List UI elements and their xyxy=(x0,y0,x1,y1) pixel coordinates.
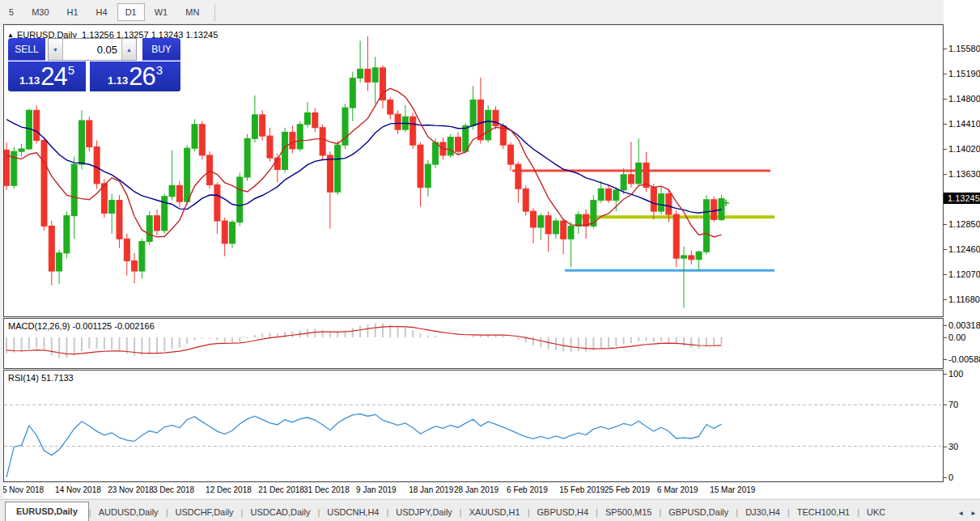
timeframe-button-w1[interactable]: W1 xyxy=(146,3,176,21)
candle xyxy=(162,194,168,234)
axis-tick xyxy=(944,149,947,150)
date-tick-label: 6 Feb 2019 xyxy=(507,485,548,494)
symbol-tab-gbpusd-daily[interactable]: GBPUSD,Daily xyxy=(661,503,736,521)
axis-tick xyxy=(944,374,947,375)
candle xyxy=(598,181,604,203)
candle xyxy=(659,186,664,214)
candle xyxy=(305,102,311,128)
candle xyxy=(358,40,363,83)
timeframe-button-m30[interactable]: M30 xyxy=(23,3,57,21)
rsi-value: 51.7133 xyxy=(41,373,74,383)
buy-price-main: 26 xyxy=(129,62,155,91)
macd-main-value: -0.001125 xyxy=(72,321,112,331)
buy-price-display[interactable]: 1.13 26 3 xyxy=(90,61,180,91)
candle xyxy=(79,110,85,169)
tab-scroll-left-icon[interactable]: ◄ xyxy=(957,510,964,517)
candle xyxy=(312,108,318,132)
rsi-indicator-panel[interactable]: RSI(14) 51.7133 xyxy=(3,370,944,482)
one-click-trading-widget: SELL ▼ 0.05 ▲ BUY 1.13 24 5 1.13 26 3 xyxy=(8,38,180,91)
price-tick-label: 1.12070 xyxy=(948,269,980,279)
candle xyxy=(335,141,341,196)
candle xyxy=(252,95,257,142)
price-tick-label: 1.14020 xyxy=(948,144,980,154)
symbol-tab-audusd-daily[interactable]: AUDUSD,Daily xyxy=(91,503,166,521)
price-tick-label: 1.15190 xyxy=(948,69,980,78)
symbol-tab-dj30-h4[interactable]: DJ30,H4 xyxy=(738,503,787,521)
timeframe-button-mn[interactable]: MN xyxy=(177,3,207,21)
price-axis[interactable]: 1.155801.151901.148001.144101.140201.136… xyxy=(944,0,980,498)
axis-tick xyxy=(944,224,947,225)
date-axis[interactable]: 5 Nov 201814 Nov 201823 Nov 20183 Dec 20… xyxy=(3,483,944,498)
date-tick-label: 21 Dec 2018 xyxy=(258,485,304,494)
candle xyxy=(214,182,220,234)
symbol-tab-eurusd-daily[interactable]: EURUSD,Daily xyxy=(5,502,89,521)
macd-indicator-panel[interactable]: MACD(12,26,9) -0.001125 -0.002166 xyxy=(3,318,944,369)
date-tick-label: 15 Mar 2019 xyxy=(710,485,755,494)
macd-tick-label: 0.00 xyxy=(948,333,965,342)
date-tick-label: 18 Jan 2019 xyxy=(409,485,453,494)
candle xyxy=(87,116,92,151)
timeframe-button-5[interactable]: 5 xyxy=(1,3,22,21)
volume-increase-button[interactable]: ▲ xyxy=(121,39,136,60)
buy-button[interactable]: BUY xyxy=(142,38,180,61)
candle xyxy=(169,150,175,201)
buy-price-pipette: 3 xyxy=(156,63,163,77)
symbol-tab-usdcnh-h4[interactable]: USDCNH,H4 xyxy=(320,503,386,521)
axis-tick xyxy=(944,249,947,250)
candle xyxy=(575,211,581,234)
rsi-line-chart xyxy=(4,371,941,480)
buy-price-prefix: 1.13 xyxy=(108,74,128,87)
candle xyxy=(673,210,679,267)
volume-input[interactable]: 0.05 xyxy=(63,39,121,60)
symbol-tab-sp500-m15[interactable]: SP500,M15 xyxy=(598,503,659,521)
symbol-tab-usdjpy-daily[interactable]: USDJPY,Daily xyxy=(388,503,460,521)
sell-button[interactable]: SELL xyxy=(8,38,45,61)
candle xyxy=(365,36,371,91)
candle xyxy=(34,105,40,144)
price-tick-label: 1.12460 xyxy=(948,244,980,254)
rsi-tick-label: 70 xyxy=(948,400,958,409)
timeframe-button-h4[interactable]: H4 xyxy=(88,3,116,21)
symbol-tab-usdcad-daily[interactable]: USDCAD,Daily xyxy=(243,503,317,521)
price-tick-label: 1.13630 xyxy=(948,169,980,179)
candle xyxy=(117,195,122,248)
candle xyxy=(327,151,333,228)
date-tick-label: 3 Dec 2018 xyxy=(153,485,194,494)
candle xyxy=(94,141,100,189)
candle xyxy=(49,221,54,285)
macd-tick-label: -0.005889 xyxy=(948,354,980,364)
date-tick-label: 28 Jan 2019 xyxy=(454,485,498,494)
symbol-tab-tech100-h1[interactable]: TECH100,H1 xyxy=(790,503,857,521)
candle xyxy=(139,239,145,278)
timeframe-button-d1[interactable]: D1 xyxy=(117,3,145,21)
timeframe-button-h1[interactable]: H1 xyxy=(59,3,87,21)
candle xyxy=(244,134,250,181)
axis-tick xyxy=(944,124,947,125)
candle xyxy=(703,195,709,254)
candle xyxy=(628,142,634,187)
symbol-tab-usdchf-daily[interactable]: USDCHF,Daily xyxy=(168,503,240,521)
tab-scroll-arrows: ◄ ► xyxy=(952,510,977,517)
candle xyxy=(493,107,498,130)
rsi-tick-label: 100 xyxy=(948,369,963,379)
candle xyxy=(207,151,213,188)
date-tick-label: 6 Mar 2019 xyxy=(657,485,698,494)
sell-price-display[interactable]: 1.13 24 5 xyxy=(8,61,86,91)
timeframe-buttons: 5M30H1H4D1W1MN xyxy=(0,3,208,21)
candle xyxy=(290,125,295,153)
tab-scroll-right-icon[interactable]: ► xyxy=(970,510,977,517)
candle xyxy=(41,138,47,231)
volume-decrease-button[interactable]: ▼ xyxy=(49,39,63,60)
rsi-line xyxy=(6,414,722,477)
symbol-tab-gbpusd-h4[interactable]: GBPUSD,H4 xyxy=(530,503,596,521)
candle xyxy=(681,247,687,308)
candle xyxy=(456,132,461,155)
candle xyxy=(410,112,416,149)
symbol-tab-ukc[interactable]: UKC xyxy=(859,503,893,521)
axis-tick xyxy=(944,477,947,478)
axis-tick xyxy=(944,99,947,100)
candle xyxy=(515,162,521,203)
candle xyxy=(523,185,528,215)
candle xyxy=(606,185,612,203)
symbol-tab-xauusd-h1[interactable]: XAUUSD,H1 xyxy=(462,503,528,521)
